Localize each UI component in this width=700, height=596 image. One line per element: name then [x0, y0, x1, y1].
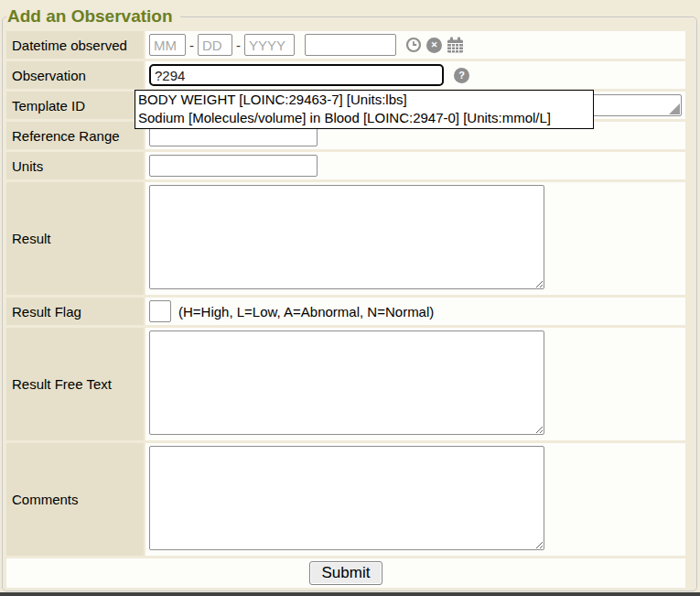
- units-field: [145, 152, 685, 179]
- result-flag-hint: (H=High, L=Low, A=Abnormal, N=Normal): [178, 304, 434, 320]
- calendar-icon[interactable]: [447, 37, 464, 53]
- datetime-time-input[interactable]: [305, 34, 396, 56]
- row-result-flag: Result Flag (H=High, L=Low, A=Abnormal, …: [6, 298, 685, 325]
- comments-label: Comments: [6, 443, 144, 556]
- template-id-label: Template ID: [6, 92, 144, 119]
- comments-textarea[interactable]: [149, 446, 544, 550]
- reference-range-label: Reference Range: [6, 122, 144, 149]
- row-units: Units: [6, 152, 685, 179]
- result-flag-label: Result Flag: [6, 298, 144, 325]
- units-input[interactable]: [149, 155, 318, 177]
- row-comments: Comments: [6, 443, 685, 556]
- result-field: [145, 182, 685, 295]
- datetime-icons: ✕: [405, 37, 464, 53]
- submit-button[interactable]: Submit: [309, 561, 383, 585]
- autocomplete-option[interactable]: BODY WEIGHT [LOINC:29463-7] [Units:lbs]: [135, 91, 593, 109]
- result-free-text-textarea[interactable]: [149, 331, 544, 435]
- date-separator: -: [236, 38, 241, 53]
- units-label: Units: [6, 152, 144, 179]
- datetime-day-input[interactable]: [198, 34, 232, 56]
- datetime-month-input[interactable]: [149, 34, 186, 56]
- result-free-text-label: Result Free Text: [6, 328, 144, 440]
- datetime-observed-field: - - ✕: [145, 31, 685, 59]
- result-flag-input[interactable]: [149, 300, 171, 322]
- clock-icon[interactable]: [405, 37, 422, 53]
- row-result: Result: [6, 182, 685, 295]
- comments-field: [145, 443, 685, 556]
- help-glyph: ?: [458, 70, 465, 81]
- form-title: Add an Observation: [6, 6, 180, 27]
- submit-row: Submit: [6, 558, 685, 588]
- observation-input[interactable]: [149, 64, 444, 86]
- result-flag-field: (H=High, L=Low, A=Abnormal, N=Normal): [145, 298, 685, 325]
- observation-autocomplete-dropdown: BODY WEIGHT [LOINC:29463-7] [Units:lbs] …: [135, 90, 594, 129]
- help-icon[interactable]: ?: [454, 68, 469, 83]
- datetime-observed-label: Datetime observed: [6, 31, 144, 59]
- add-observation-page: Add an Observation Datetime observed - -: [0, 0, 700, 596]
- window-bottom-edge: [0, 592, 700, 596]
- result-label: Result: [6, 182, 144, 295]
- observation-field: ?: [145, 61, 685, 89]
- row-datetime-observed: Datetime observed - - ✕: [6, 31, 685, 59]
- clear-date-icon[interactable]: ✕: [426, 38, 442, 53]
- datetime-year-input[interactable]: [244, 34, 295, 56]
- row-result-free-text: Result Free Text: [6, 328, 685, 440]
- result-textarea[interactable]: [149, 185, 544, 289]
- date-separator: -: [189, 38, 194, 53]
- autocomplete-option[interactable]: Sodium [Molecules/volume] in Blood [LOIN…: [135, 109, 593, 127]
- result-free-text-field: [145, 328, 685, 440]
- observation-label: Observation: [6, 61, 144, 89]
- row-observation: Observation ?: [6, 61, 685, 89]
- clear-glyph: ✕: [431, 41, 438, 49]
